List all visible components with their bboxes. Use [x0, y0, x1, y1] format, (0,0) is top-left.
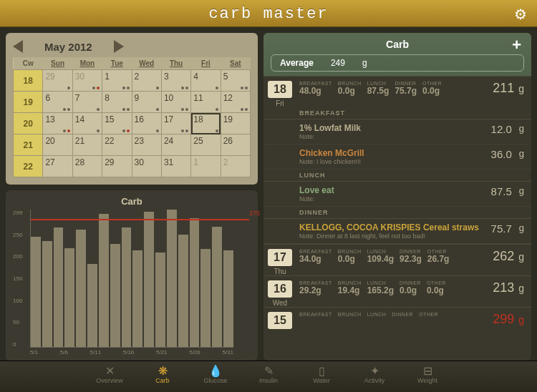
day-block[interactable]: 15BREAKFASTBRUNCHLUNCHDINNEROTHER299g: [263, 307, 531, 331]
meal-section-label: LUNCH: [263, 170, 531, 182]
calendar-day-cell[interactable]: 7: [72, 92, 102, 113]
chart-bar: [76, 230, 86, 347]
calendar-day-cell[interactable]: 8: [102, 92, 132, 113]
detail-header: Carb + Average 249 g: [263, 33, 531, 76]
carb-icon: ❋: [158, 364, 168, 377]
calendar-day-cell[interactable]: 14: [72, 113, 102, 134]
calendar-day-cell[interactable]: 21: [72, 134, 102, 156]
chart-bar: [200, 249, 211, 347]
chart-bar: [42, 241, 52, 347]
chart-bar: [31, 237, 41, 347]
calendar-week-number: 18: [14, 70, 43, 92]
tab-insulin[interactable]: ✎Insulin: [249, 364, 288, 392]
settings-gear-icon[interactable]: ⚙: [514, 6, 527, 23]
calendar-day-cell[interactable]: 3: [161, 70, 190, 92]
calendar-grid: CwSunMonTueWedThuFriSat 1829301234519678…: [13, 57, 251, 177]
calendar-month-label: May 2012: [44, 41, 92, 53]
calendar-day-cell[interactable]: 6: [43, 92, 72, 113]
chart-bar: [144, 212, 154, 347]
calendar-day-cell[interactable]: 13: [43, 113, 72, 134]
calendar-day-cell[interactable]: 1: [191, 156, 221, 177]
calendar-day-cell[interactable]: 29: [43, 70, 72, 92]
tab-water[interactable]: ▯Water: [302, 364, 341, 392]
calendar-day-cell[interactable]: 30: [132, 156, 161, 177]
day-badge: 15: [263, 308, 296, 331]
food-item[interactable]: 1% Lowfat MilkNote: 12.0g: [263, 119, 531, 144]
calendar-day-cell[interactable]: 15: [102, 113, 132, 134]
calendar-week-number: 21: [14, 134, 43, 156]
calendar-day-cell[interactable]: 24: [161, 134, 190, 156]
calendar-day-cell[interactable]: 17: [161, 113, 190, 134]
calendar-day-cell[interactable]: 12: [221, 92, 250, 113]
chart-bar: [178, 235, 188, 347]
prev-month-arrow-icon[interactable]: [13, 40, 23, 53]
chart-bar: [132, 250, 142, 347]
meal-section-label: BREAKFAST: [263, 107, 531, 119]
calendar-day-cell[interactable]: 2: [221, 156, 250, 177]
tab-bar: ✕Overview❋Carb💧Glucose✎Insulin▯Water✦Act…: [0, 361, 537, 392]
calendar-day-header: Sat: [221, 57, 250, 70]
calendar-day-cell[interactable]: 22: [102, 134, 132, 156]
calendar-day-cell[interactable]: 28: [72, 156, 102, 177]
calendar-panel: May 2012 CwSunMonTueWedThuFriSat 1829301…: [6, 33, 258, 185]
calendar-day-cell[interactable]: 18: [191, 113, 221, 134]
detail-title: Carb: [386, 39, 409, 50]
average-unit: g: [362, 58, 367, 68]
chart-bar: [54, 227, 64, 347]
left-column: May 2012 CwSunMonTueWedThuFriSat 1829301…: [6, 33, 258, 361]
average-value: 249: [331, 58, 345, 68]
day-block[interactable]: 18FriBREAKFAST48.0gBRUNCH0.0gLUNCH87.5gD…: [263, 76, 531, 107]
calendar-week-number: 22: [14, 156, 43, 177]
calendar-day-cell[interactable]: 4: [191, 70, 221, 92]
calendar-day-header: Mon: [72, 57, 102, 70]
calendar-day-header: Thu: [161, 57, 190, 70]
add-entry-plus-icon[interactable]: +: [512, 36, 521, 54]
food-item[interactable]: KELLOGG, COCOA KRISPIES Cereal strawsNot…: [263, 219, 531, 244]
calendar-day-cell[interactable]: 1: [102, 70, 132, 92]
calendar-day-cell[interactable]: 5: [221, 70, 250, 92]
calendar-day-cell[interactable]: 29: [102, 156, 132, 177]
calendar-day-cell[interactable]: 27: [43, 156, 72, 177]
day-block[interactable]: 17ThuBREAKFAST34.0gBRUNCH0.0gLUNCH109.4g…: [263, 244, 531, 275]
calendar-day-cell[interactable]: 23: [132, 134, 161, 156]
calendar-day-cell[interactable]: 9: [132, 92, 161, 113]
tab-overview[interactable]: ✕Overview: [90, 364, 129, 392]
calendar-day-cell[interactable]: 16: [132, 113, 161, 134]
food-item[interactable]: Love eatNote: 87.5g: [263, 182, 531, 207]
calendar-day-cell[interactable]: 26: [221, 134, 250, 156]
calendar-day-cell[interactable]: 30: [72, 70, 102, 92]
calendar-week-number: 20: [14, 113, 43, 134]
chart-bar: [155, 253, 165, 347]
chart-bar: [99, 214, 109, 347]
calendar-day-header: Wed: [132, 57, 161, 70]
chart-panel: Carb 299250200150100500 275 5/15/65/115/…: [6, 190, 258, 361]
tab-glucose[interactable]: 💧Glucose: [196, 364, 235, 392]
glucose-icon: 💧: [208, 364, 223, 377]
chart-bar: [110, 244, 120, 347]
calendar-week-number: 19: [14, 92, 43, 113]
calendar-day-cell[interactable]: 2: [132, 70, 161, 92]
calendar-day-cell[interactable]: 31: [161, 156, 190, 177]
chart-bar: [87, 264, 97, 347]
day-badge: 17Thu: [263, 245, 296, 275]
calendar-day-cell[interactable]: 11: [191, 92, 221, 113]
calendar-day-cell[interactable]: 25: [191, 134, 221, 156]
calendar-day-header: Fri: [191, 57, 221, 70]
calendar-day-cell[interactable]: 19: [221, 113, 250, 134]
meal-section-label: DINNER: [263, 207, 531, 219]
calendar-day-cell[interactable]: 10: [161, 92, 190, 113]
chart-title: Carb: [13, 196, 251, 207]
day-block[interactable]: 16WedBREAKFAST29.2gBRUNCH19.4gLUNCH165.2…: [263, 275, 531, 307]
next-month-arrow-icon[interactable]: [114, 40, 251, 53]
calendar-day-header: Tue: [102, 57, 132, 70]
day-badge: 18Fri: [263, 77, 296, 107]
tab-weight[interactable]: ⊟Weight: [408, 364, 447, 392]
day-badge: 16Wed: [263, 276, 296, 307]
day-list[interactable]: 18FriBREAKFAST48.0gBRUNCH0.0gLUNCH87.5gD…: [263, 76, 531, 361]
calendar-day-cell[interactable]: 20: [43, 134, 72, 156]
tab-activity[interactable]: ✦Activity: [355, 364, 394, 392]
food-item[interactable]: Chicken McGrillNote: I love chicken!!!36…: [263, 144, 531, 170]
title-bar: carb master ⚙: [0, 0, 537, 27]
overview-icon: ✕: [105, 364, 115, 377]
tab-carb[interactable]: ❋Carb: [143, 364, 182, 392]
